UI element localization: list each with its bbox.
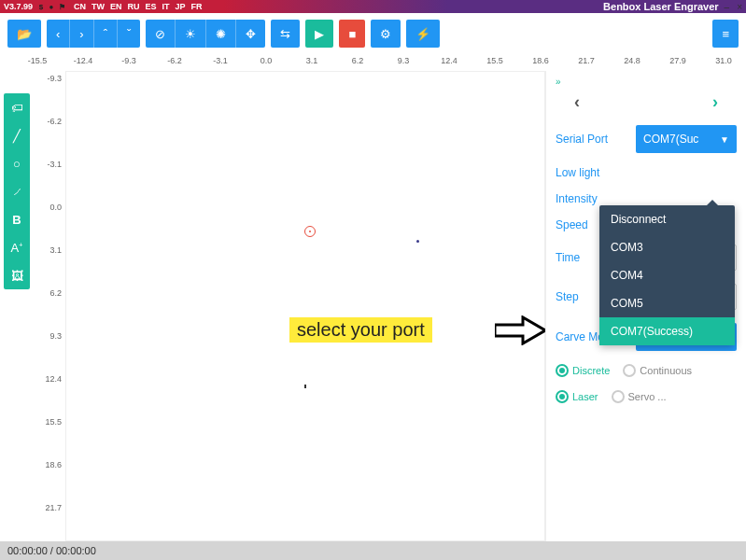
- chevron-left-icon: ‹: [56, 27, 60, 41]
- canvas[interactable]: [65, 71, 545, 541]
- chevron-down-icon: ˇ: [127, 27, 131, 41]
- app-title: Benbox Laser Engraver: [603, 1, 719, 12]
- chevron-right-icon: ›: [79, 27, 83, 41]
- radio-icon: [612, 390, 625, 403]
- port-option-disconnect[interactable]: Disconnect: [599, 205, 735, 233]
- panel-prev-button[interactable]: ‹: [574, 92, 580, 112]
- radio-icon: [556, 390, 569, 403]
- left-toolbar: 🏷 ╱ ○ ⟋ B A+ 🖼: [4, 93, 30, 289]
- port-option-com3[interactable]: COM3: [599, 233, 735, 261]
- image-tool[interactable]: 🖼: [4, 261, 30, 289]
- bold-icon: B: [12, 213, 21, 227]
- menu-button[interactable]: ≡: [712, 20, 739, 48]
- tag-tool[interactable]: 🏷: [4, 93, 30, 121]
- play-button[interactable]: ▶: [305, 20, 333, 48]
- disable-button[interactable]: ⊘: [146, 20, 176, 48]
- titlebar: V3.7.99 $ ● ⚑ CN TW EN RU ES IT JP FR Be…: [0, 0, 746, 13]
- lang-it[interactable]: IT: [162, 2, 170, 11]
- origin-dot: [309, 231, 311, 232]
- loop-icon: ⇆: [280, 27, 290, 41]
- open-file-button[interactable]: 📂: [7, 20, 41, 48]
- play-icon: ▶: [315, 27, 324, 41]
- nav-left-button[interactable]: ‹: [47, 20, 70, 48]
- sun-low-icon: ☀: [185, 27, 196, 41]
- curve-tool[interactable]: ⟋: [4, 177, 30, 205]
- serial-port-menu: Disconnect COM3 COM4 COM5 COM7(Success): [599, 205, 735, 345]
- ruler-horizontal: -15.5-12.4-9.3-6.2-3.10.03.16.29.312.415…: [37, 54, 746, 71]
- toolbar: 📂 ‹ › ˆ ˇ ⊘ ☀ ✺ ✥ ⇆ ▶ ■ ⚙ ⚡ ≡: [0, 13, 746, 54]
- line-icon: ╱: [13, 129, 21, 143]
- circle-icon[interactable]: ●: [47, 2, 56, 11]
- port-option-com5[interactable]: COM5: [599, 289, 735, 317]
- radio-icon: [623, 364, 636, 377]
- close-button[interactable]: ×: [737, 2, 742, 12]
- statusbar: 00:00:00 / 00:00:00: [0, 541, 746, 560]
- nav-down-button[interactable]: ˇ: [118, 20, 140, 48]
- gear-icon: ⚙: [380, 27, 391, 41]
- serial-port-dropdown[interactable]: COM7(Suc ▼: [636, 125, 737, 153]
- move-button[interactable]: ✥: [236, 20, 265, 48]
- radio-icon: [556, 364, 569, 377]
- caret-down-icon: ▼: [720, 134, 729, 145]
- intensity-label: Intensity: [556, 192, 628, 205]
- chevron-up-icon: ˆ: [104, 27, 107, 41]
- ban-icon: ⊘: [155, 27, 165, 41]
- laser-radio[interactable]: Laser: [556, 390, 598, 403]
- folder-open-icon: 📂: [17, 27, 32, 41]
- settings-panel: » ‹ › Serial Port COM7(Suc ▼ Low light I…: [545, 71, 746, 541]
- version-label: V3.7.99: [4, 2, 33, 11]
- servo-radio[interactable]: Servo ...: [612, 390, 667, 403]
- low-light-label: Low light: [556, 166, 628, 179]
- annotation-label: select your port: [289, 317, 432, 343]
- line-tool[interactable]: ╱: [4, 121, 30, 149]
- language-list: CN TW EN RU ES IT JP FR: [74, 2, 203, 11]
- lang-ru[interactable]: RU: [128, 2, 140, 11]
- lang-jp[interactable]: JP: [176, 2, 186, 11]
- bold-tool[interactable]: B: [4, 205, 30, 233]
- annotation-arrow: [495, 315, 546, 349]
- lang-tw[interactable]: TW: [91, 2, 105, 11]
- port-option-com7[interactable]: COM7(Success): [599, 317, 735, 345]
- move-icon: ✥: [246, 27, 256, 41]
- lang-en[interactable]: EN: [110, 2, 122, 11]
- lang-fr[interactable]: FR: [191, 2, 203, 11]
- ruler-vertical: -9.3-6.2-3.10.03.16.29.312.415.518.621.7: [37, 71, 65, 541]
- currency-icon[interactable]: $: [36, 2, 46, 11]
- sun-high-button[interactable]: ✺: [206, 20, 236, 48]
- nav-right-button[interactable]: ›: [70, 20, 93, 48]
- sun-high-icon: ✺: [216, 27, 226, 41]
- nav-up-button[interactable]: ˆ: [94, 20, 118, 48]
- circle-icon: ○: [13, 157, 21, 171]
- port-option-com4[interactable]: COM4: [599, 261, 735, 289]
- settings-button[interactable]: ⚙: [371, 20, 401, 48]
- minimize-button[interactable]: –: [725, 2, 730, 12]
- stop-icon: ■: [348, 27, 356, 41]
- bolt-icon: ⚡: [415, 27, 430, 41]
- menu-icon: ≡: [722, 27, 729, 41]
- stop-button[interactable]: ■: [339, 20, 365, 48]
- lang-cn[interactable]: CN: [74, 2, 86, 11]
- circle-tool[interactable]: ○: [4, 149, 30, 177]
- tag-icon: 🏷: [11, 101, 23, 115]
- text-icon: A+: [11, 241, 23, 255]
- sun-low-button[interactable]: ☀: [176, 20, 206, 48]
- panel-collapse-toggle[interactable]: »: [556, 77, 737, 87]
- flag-icon[interactable]: ⚑: [57, 2, 66, 11]
- discrete-radio[interactable]: Discrete: [556, 364, 610, 377]
- lang-es[interactable]: ES: [146, 2, 157, 11]
- text-tool[interactable]: A+: [4, 233, 30, 261]
- loop-button[interactable]: ⇆: [271, 20, 300, 48]
- curve-icon: ⟋: [11, 185, 23, 199]
- serial-port-label: Serial Port: [556, 133, 628, 146]
- panel-next-button[interactable]: ›: [712, 92, 718, 112]
- tick-marker: [304, 385, 306, 388]
- time-status: 00:00:00 / 00:00:00: [7, 545, 96, 556]
- continuous-radio[interactable]: Continuous: [623, 364, 692, 377]
- flash-button[interactable]: ⚡: [406, 20, 440, 48]
- point-marker: [416, 240, 419, 243]
- image-icon: 🖼: [11, 269, 23, 283]
